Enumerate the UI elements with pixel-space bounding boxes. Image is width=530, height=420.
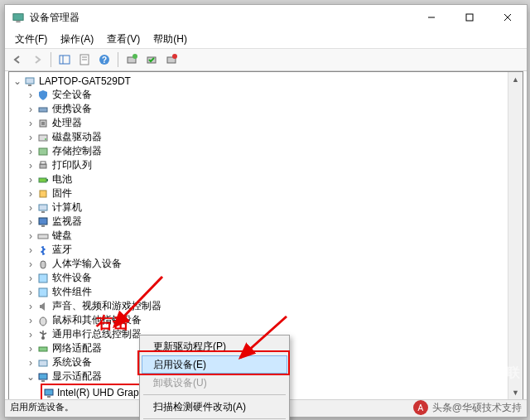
node-label: 计算机 [52, 200, 82, 215]
window-controls [412, 5, 527, 30]
device-icon [36, 356, 50, 369]
minimize-button[interactable] [412, 5, 450, 30]
svg-rect-1 [16, 21, 20, 22]
credit-avatar: A [413, 400, 428, 415]
node-label: 显示适配器 [52, 369, 102, 384]
tree-category[interactable]: ›蓝牙 [9, 243, 523, 257]
properties-button[interactable] [75, 51, 94, 69]
svg-rect-37 [39, 274, 47, 282]
tree-category[interactable]: ›人体学输入设备 [9, 257, 523, 271]
svg-rect-31 [39, 205, 47, 210]
svg-rect-3 [466, 14, 473, 21]
node-label: 磁盘驱动器 [52, 130, 102, 144]
svg-rect-36 [41, 261, 46, 268]
tree-category[interactable]: ›电池 [9, 172, 523, 186]
forward-button[interactable] [28, 51, 46, 69]
device-icon [36, 328, 50, 341]
show-hide-tree-button[interactable] [55, 51, 74, 69]
node-label: 软件设备 [52, 271, 92, 285]
node-label: 人体学输入设备 [52, 257, 122, 271]
tree-category[interactable]: ›磁盘驱动器 [9, 130, 523, 144]
svg-rect-44 [39, 347, 47, 351]
svg-rect-47 [41, 380, 45, 382]
tree-category[interactable]: ›软件设备 [9, 271, 523, 285]
node-label: 网络适配器 [52, 341, 102, 355]
node-label: 打印队列 [52, 158, 92, 172]
toolbar: ? [5, 49, 527, 71]
device-icon [36, 258, 50, 271]
node-label: LAPTOP-GAT529DT [39, 75, 131, 87]
menu-file[interactable]: 文件(F) [8, 31, 54, 48]
enable-device-button[interactable] [142, 51, 161, 69]
ctx-uninstall-device[interactable]: 卸载设备(U) [142, 374, 287, 392]
tree-category[interactable]: ›处理器 [9, 116, 523, 130]
node-label: 监视器 [52, 215, 82, 229]
menu-action[interactable]: 操作(A) [54, 31, 100, 48]
node-label: 安全设备 [52, 88, 92, 102]
tree-category[interactable]: ›鼠标和其他指针设备 [9, 313, 523, 327]
menu-view[interactable]: 查看(V) [100, 31, 147, 48]
uninstall-device-button[interactable] [162, 51, 181, 69]
maximize-button[interactable] [450, 5, 489, 30]
node-label: 键盘 [52, 229, 72, 243]
back-button[interactable] [8, 51, 26, 69]
node-label: 便携设备 [52, 102, 92, 116]
ctx-scan-hardware[interactable]: 扫描检测硬件改动(A) [142, 398, 287, 416]
ctx-separator [143, 394, 286, 395]
vertical-scrollbar[interactable]: ▲ ▼ [508, 72, 523, 399]
svg-rect-38 [39, 288, 47, 297]
tree-category[interactable]: ›便携设备 [9, 102, 523, 116]
credit-prefix: 头条 [432, 401, 452, 415]
device-icon [36, 187, 50, 200]
svg-rect-20 [39, 108, 47, 112]
node-label: 系统设备 [52, 355, 92, 369]
tree-category[interactable]: ›固件 [9, 186, 523, 200]
tree-category[interactable]: ›计算机 [9, 200, 523, 215]
titlebar: 设备管理器 [5, 5, 527, 30]
tree-category[interactable]: ›声音、视频和游戏控制器 [9, 299, 523, 313]
device-icon [36, 173, 50, 186]
tree-category[interactable]: ›监视器 [9, 215, 523, 229]
device-icon [36, 286, 50, 299]
context-menu: 更新驱动程序(P) 启用设备(E) 卸载设备(U) 扫描检测硬件改动(A) 属性… [139, 335, 290, 420]
scroll-up-button[interactable]: ▲ [508, 72, 523, 86]
ctx-update-driver[interactable]: 更新驱动程序(P) [142, 337, 287, 355]
close-button[interactable] [489, 5, 527, 30]
scan-hardware-button[interactable] [123, 51, 141, 69]
device-icon [36, 370, 50, 384]
node-label: 软件组件 [52, 285, 92, 299]
svg-point-17 [172, 54, 177, 59]
tree-category[interactable]: ›打印队列 [9, 158, 523, 172]
menu-help[interactable]: 帮助(H) [147, 31, 194, 48]
svg-rect-18 [26, 78, 34, 84]
svg-rect-27 [41, 162, 46, 164]
node-label: 固件 [52, 186, 72, 200]
device-icon [36, 117, 50, 130]
device-icon [36, 342, 50, 355]
device-manager-window: 设备管理器 文件(F) 操作(A) 查看(V) 帮助(H) ? ⌄LAPTOP-… [4, 4, 528, 418]
device-icon [36, 103, 50, 116]
svg-rect-0 [13, 14, 23, 21]
node-label: 存储控制器 [52, 144, 102, 158]
menubar: 文件(F) 操作(A) 查看(V) 帮助(H) [5, 30, 527, 49]
tree-category[interactable]: ›存储控制器 [9, 144, 523, 158]
scroll-down-button[interactable]: ▼ [508, 385, 523, 399]
svg-rect-23 [39, 135, 47, 141]
node-label: 蓝牙 [52, 243, 72, 257]
svg-rect-34 [41, 225, 45, 227]
help-button[interactable]: ? [95, 51, 113, 69]
svg-rect-35 [38, 234, 48, 239]
tree-category[interactable]: ›安全设备 [9, 88, 523, 102]
svg-rect-49 [47, 396, 51, 398]
tree-category[interactable]: ›软件组件 [9, 285, 523, 299]
svg-rect-19 [28, 84, 31, 86]
device-icon [36, 215, 50, 229]
device-icon [43, 386, 55, 399]
tree-root[interactable]: ⌄LAPTOP-GAT529DT [9, 74, 523, 88]
svg-rect-46 [39, 374, 47, 379]
tree-category[interactable]: ›键盘 [9, 229, 523, 243]
device-icon [36, 201, 50, 215]
ctx-enable-device[interactable]: 启用设备(E) [142, 355, 287, 374]
svg-rect-30 [40, 191, 46, 197]
svg-rect-45 [39, 360, 47, 366]
